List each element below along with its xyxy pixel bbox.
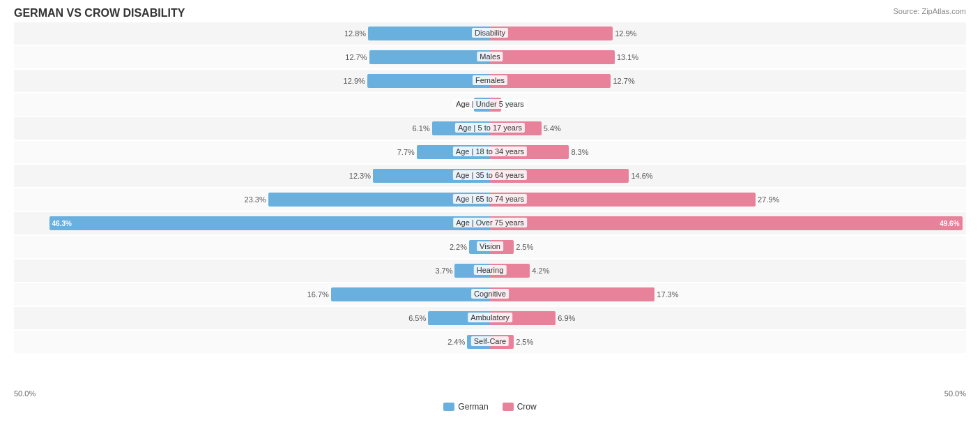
left-value: 23.3% <box>245 195 266 204</box>
left-section: 3.7% <box>14 260 490 282</box>
left-value: 6.1% <box>413 124 430 133</box>
right-value: 2.5% <box>516 243 533 251</box>
right-section: 27.9% <box>490 188 966 211</box>
bar-label: Ambulatory <box>468 313 512 322</box>
right-section: 12.9% <box>490 22 966 45</box>
bar-row: 7.7%8.3%Age | 18 to 34 years <box>14 141 966 163</box>
right-bar: 12.7% <box>490 74 611 88</box>
right-value: 8.3% <box>571 148 588 156</box>
german-label: German <box>458 402 488 412</box>
right-value: 6.9% <box>558 314 575 322</box>
bar-row: 2.4%2.5%Self-Care <box>14 331 966 353</box>
bar-row: 3.7%4.2%Hearing <box>14 260 966 282</box>
left-value: 2.4% <box>447 338 465 346</box>
bar-label: Age | 5 to 17 years <box>455 123 525 133</box>
bar-label: Age | 35 to 64 years <box>453 170 527 180</box>
chart-area: 12.8%12.9%Disability12.7%13.1%Males12.9%… <box>14 22 966 385</box>
bar-label: Age | Over 75 years <box>453 218 527 227</box>
right-bar: 27.9% <box>490 193 756 207</box>
right-section: 13.1% <box>490 46 966 68</box>
bar-label: Hearing <box>474 265 507 275</box>
chart-title: GERMAN VS CROW DISABILITY <box>14 7 966 20</box>
left-section: 46.3% <box>14 212 490 234</box>
right-section: 4.2% <box>490 260 966 282</box>
left-section: 2.4% <box>14 331 490 353</box>
right-section: 6.9% <box>490 307 966 329</box>
right-value: 14.6% <box>631 172 652 180</box>
left-bar: 46.3% <box>49 216 490 230</box>
bar-row: 12.7%13.1%Males <box>14 46 966 68</box>
left-section: 7.7% <box>14 141 490 163</box>
bar-row: 12.3%14.6%Age | 35 to 64 years <box>14 165 966 187</box>
bar-row: 2.2%2.5%Vision <box>14 236 966 258</box>
right-section: 12.7% <box>490 70 966 92</box>
chart-container: GERMAN VS CROW DISABILITY Source: ZipAtl… <box>0 0 980 427</box>
right-value: 5.4% <box>544 124 561 133</box>
right-section: 17.3% <box>490 283 966 306</box>
left-value: 16.7% <box>307 290 329 299</box>
legend-crow: Crow <box>503 402 537 412</box>
left-section: 1.7% <box>14 93 490 116</box>
right-section: 2.5% <box>490 331 966 353</box>
crow-label: Crow <box>517 402 537 412</box>
right-section: 8.3% <box>490 141 966 163</box>
right-value: 2.5% <box>516 338 533 346</box>
right-bar: 12.9% <box>490 27 613 40</box>
left-section: 6.1% <box>14 117 490 140</box>
bar-label: Age | Under 5 years <box>453 99 527 109</box>
bar-label: Females <box>473 75 507 85</box>
legend-german: German <box>443 402 488 412</box>
right-bar: 49.6% <box>490 216 963 230</box>
left-value: 12.7% <box>345 53 367 61</box>
right-value: 17.3% <box>657 290 678 299</box>
right-section: 1.2% <box>490 93 966 116</box>
left-section: 12.9% <box>14 70 490 92</box>
left-section: 12.3% <box>14 165 490 187</box>
bar-label: Disability <box>472 28 508 38</box>
left-bar: 12.7% <box>369 50 490 64</box>
left-value: 2.2% <box>450 243 467 251</box>
bar-label: Cognitive <box>471 289 509 299</box>
bar-row: 16.7%17.3%Cognitive <box>14 283 966 306</box>
bar-row: 23.3%27.9%Age | 65 to 74 years <box>14 188 966 211</box>
left-value: 12.9% <box>344 77 365 85</box>
axis-right: 50.0% <box>944 389 966 398</box>
bar-row: 12.8%12.9%Disability <box>14 22 966 45</box>
right-value: 4.2% <box>532 267 549 275</box>
left-value: 12.3% <box>349 172 371 180</box>
right-section: 49.6% <box>490 212 966 234</box>
bar-label: Males <box>477 52 503 61</box>
bar-row: 1.7%1.2%Age | Under 5 years <box>14 93 966 116</box>
axis-left: 50.0% <box>14 389 36 398</box>
left-value: 3.7% <box>435 267 452 275</box>
right-section: 14.6% <box>490 165 966 187</box>
right-bar: 13.1% <box>490 50 615 64</box>
left-section: 2.2% <box>14 236 490 258</box>
left-value-inline: 46.3% <box>52 220 72 227</box>
bar-row: 6.5%6.9%Ambulatory <box>14 307 966 329</box>
left-value: 6.5% <box>408 314 426 322</box>
left-bar: 16.7% <box>331 287 490 301</box>
bar-label: Self-Care <box>471 336 509 346</box>
right-section: 5.4% <box>490 117 966 140</box>
bar-label: Age | 18 to 34 years <box>453 147 527 156</box>
bar-row: 12.9%12.7%Females <box>14 70 966 92</box>
left-section: 6.5% <box>14 307 490 329</box>
legend: German Crow <box>14 402 966 412</box>
left-value: 12.8% <box>344 29 366 38</box>
right-value: 27.9% <box>758 195 779 204</box>
axis-labels: 50.0% 50.0% <box>14 387 966 400</box>
right-value-inline: 49.6% <box>940 220 959 227</box>
german-swatch <box>443 403 454 411</box>
left-bar: 12.9% <box>367 74 490 88</box>
bar-row: 46.3%49.6%Age | Over 75 years <box>14 212 966 234</box>
left-section: 23.3% <box>14 188 490 211</box>
crow-swatch <box>503 403 514 411</box>
right-value: 12.9% <box>615 29 636 38</box>
right-bar: 17.3% <box>490 287 654 301</box>
right-value: 12.7% <box>613 77 634 85</box>
left-section: 12.7% <box>14 46 490 68</box>
right-section: 2.5% <box>490 236 966 258</box>
bar-row: 6.1%5.4%Age | 5 to 17 years <box>14 117 966 140</box>
left-section: 12.8% <box>14 22 490 45</box>
